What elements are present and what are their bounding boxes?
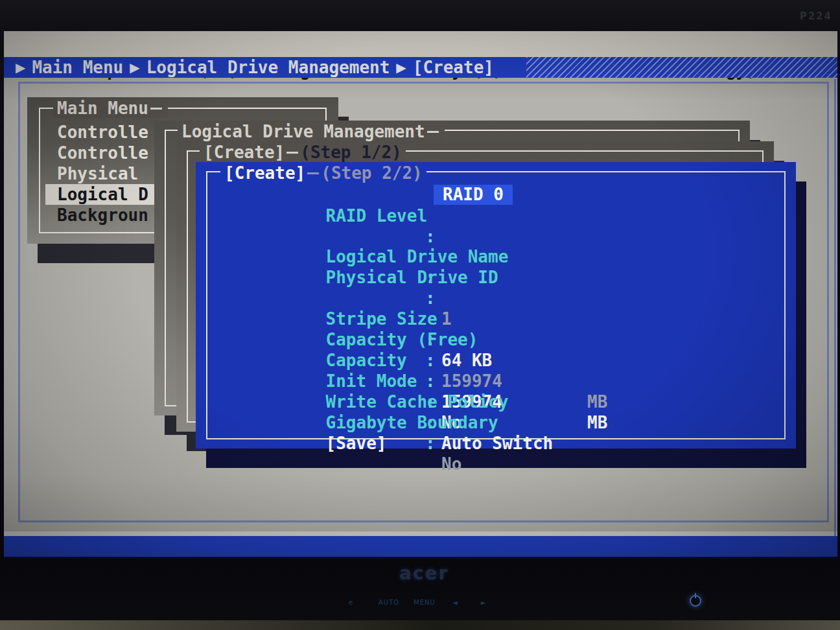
breadcrumb-item-main-menu[interactable]: Main Menu	[32, 57, 123, 78]
statusbar-top-strip	[4, 531, 837, 536]
breadcrumb-hatch-pattern	[526, 57, 837, 78]
bezel-menu-button: MENU	[414, 599, 436, 606]
main-menu-list: Controlle Controlle Physical Logical D B…	[57, 122, 169, 226]
field-row-logical-drive-name[interactable]: Logical Drive Name :	[224, 226, 783, 246]
create-step2-window: [Create] (Step 2/2) RAID Level : RAID 0 …	[196, 162, 796, 449]
field-row-write-cache-policy[interactable]: Write Cache Policy : Auto Switch	[224, 371, 783, 391]
menu-item-physical-drive[interactable]: Physical	[57, 163, 169, 184]
field-row-raid-level[interactable]: RAID Level : RAID 0	[224, 185, 783, 205]
ldm-window-title: Logical Drive Management	[181, 122, 425, 141]
title-rule	[427, 131, 439, 133]
title-rule	[307, 172, 319, 174]
bezel-auto-button: AUTO	[379, 599, 399, 606]
bezel-empowering-button: e	[349, 599, 353, 606]
create-step1-step-label: (Step 1/2)	[300, 143, 402, 162]
create-step1-title: [Create]	[204, 143, 285, 162]
field-row-capacity-free: Capacity (Free) : 159974 MB	[224, 309, 783, 329]
status-bar: ↑↓←→:Navigate, ENTER:Enter, SPACE:Select…	[4, 536, 837, 557]
save-button[interactable]: [Save]	[326, 434, 387, 453]
statusbar-bottom-line	[4, 557, 837, 559]
field-row-physical-drive-id[interactable]: Physical Drive ID : 1	[224, 246, 783, 267]
write-cache-policy-value[interactable]: Auto Switch	[441, 433, 553, 454]
gigabyte-boundary-value: No	[441, 454, 461, 474]
breadcrumb-arrow-icon: ▶	[396, 57, 406, 78]
screen-edge-line	[834, 79, 836, 537]
physical-drive-id-label: Physical Drive ID	[326, 268, 498, 287]
monitor-bezel: P224 SuperBuild (tm) Configuration Utili…	[0, 0, 840, 630]
title-rule	[150, 108, 162, 110]
breadcrumb-item-create[interactable]: [Create]	[413, 57, 494, 78]
menu-item-logical-drive-selected[interactable]: Logical D	[45, 184, 169, 205]
breadcrumb: ▶ Main Menu ▶ Logical Drive Management ▶…	[4, 57, 837, 78]
field-separator: :	[425, 433, 436, 454]
field-row-capacity[interactable]: Capacity : 159974 MB	[224, 329, 783, 350]
bezel-right-button: ►	[481, 599, 487, 606]
menu-item-controller-info[interactable]: Controlle	[57, 122, 169, 143]
breadcrumb-arrow-icon: ▶	[130, 57, 139, 78]
app-title-bar: SuperBuild (tm) Configuration Utility (c…	[4, 31, 837, 57]
breadcrumb-arrow-icon: ▶	[16, 57, 25, 78]
title-rule	[286, 152, 298, 154]
menu-item-controller-config[interactable]: Controlle	[57, 143, 169, 163]
desk-surface	[0, 620, 840, 630]
create-step2-step-label: (Step 2/2)	[321, 163, 423, 183]
bezel-left-button: ◄	[452, 599, 458, 606]
raid-level-label: RAID Level	[326, 206, 428, 226]
power-button-icon	[690, 595, 701, 607]
monitor-brand-logo: acer	[399, 563, 449, 584]
raid-level-value-selected[interactable]: RAID 0	[434, 185, 513, 205]
crt-screen: SuperBuild (tm) Configuration Utility (c…	[4, 31, 837, 559]
monitor-model-label: P224	[800, 10, 832, 22]
field-row-init-mode[interactable]: Init Mode : No	[224, 350, 783, 371]
field-row-stripe-size[interactable]: Stripe Size : 64 KB	[224, 288, 783, 309]
menu-item-background-activity[interactable]: Backgroun	[57, 205, 169, 226]
breadcrumb-item-logical-drive-management[interactable]: Logical Drive Management	[146, 57, 390, 78]
field-row-gigabyte-boundary: Gigabyte Boundary : No	[224, 391, 783, 412]
create-step2-title: [Create]	[224, 163, 305, 183]
main-menu-window-title: Main Menu	[57, 99, 148, 118]
